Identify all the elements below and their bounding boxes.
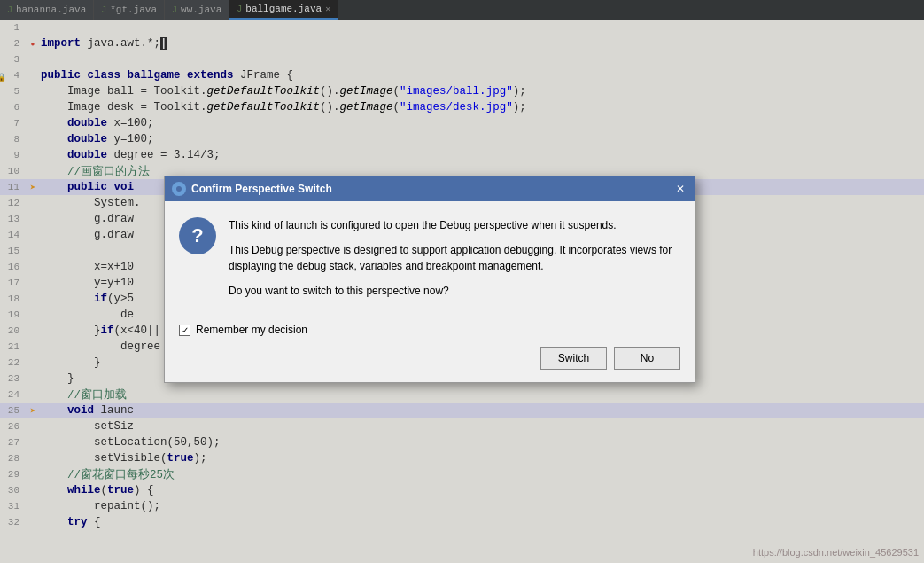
- dialog-paragraph2: This Debug perspective is designed to su…: [229, 242, 680, 274]
- checkbox-row: ✓ Remember my decision: [179, 324, 680, 336]
- svg-point-1: [176, 186, 182, 192]
- confirm-perspective-dialog: Confirm Perspective Switch ✕ ? This kind…: [164, 176, 695, 383]
- dialog-title-text: Confirm Perspective Switch: [191, 183, 332, 195]
- dialog-body: ? This kind of launch is configured to o…: [165, 201, 695, 318]
- eclipse-icon: [173, 183, 185, 195]
- dialog-text: This kind of launch is configured to ope…: [229, 217, 680, 308]
- dialog-buttons: Switch No: [179, 347, 680, 370]
- editor: J hananna.java J *gt.java J ww.java J ba…: [0, 0, 924, 563]
- dialog-title-icon: [172, 182, 186, 196]
- dialog-titlebar: Confirm Perspective Switch ✕: [165, 176, 695, 201]
- switch-button[interactable]: Switch: [540, 347, 607, 370]
- dialog-paragraph1: This kind of launch is configured to ope…: [229, 217, 680, 233]
- question-icon: ?: [179, 217, 216, 254]
- dialog-paragraph3: Do you want to switch to this perspectiv…: [229, 283, 680, 299]
- remember-checkbox[interactable]: ✓: [179, 325, 190, 336]
- dialog-titlebar-left: Confirm Perspective Switch: [172, 182, 332, 196]
- dialog-close-button[interactable]: ✕: [673, 182, 687, 196]
- dialog-footer: ✓ Remember my decision Switch No: [165, 318, 695, 382]
- no-button[interactable]: No: [614, 347, 680, 370]
- remember-checkbox-label: Remember my decision: [196, 324, 307, 336]
